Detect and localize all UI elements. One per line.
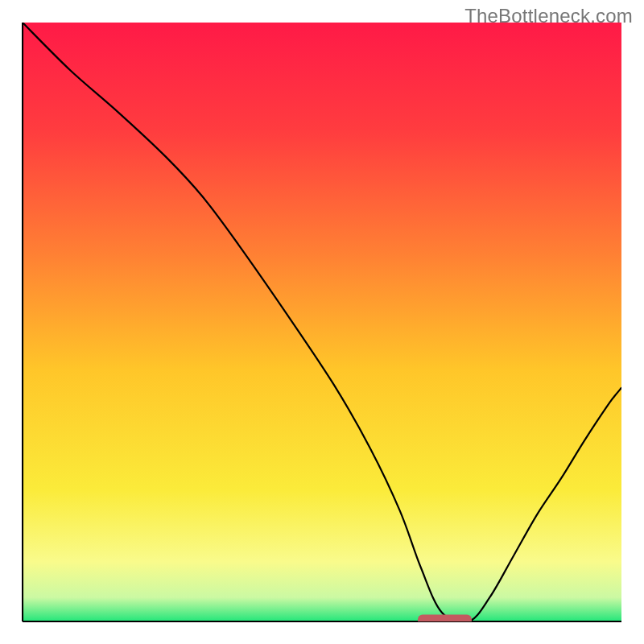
gradient-background: [23, 23, 621, 621]
optimal-marker: [418, 615, 472, 623]
bottleneck-chart: [22, 22, 622, 622]
chart-container: [22, 22, 622, 622]
watermark-text: TheBottleneck.com: [464, 5, 633, 27]
